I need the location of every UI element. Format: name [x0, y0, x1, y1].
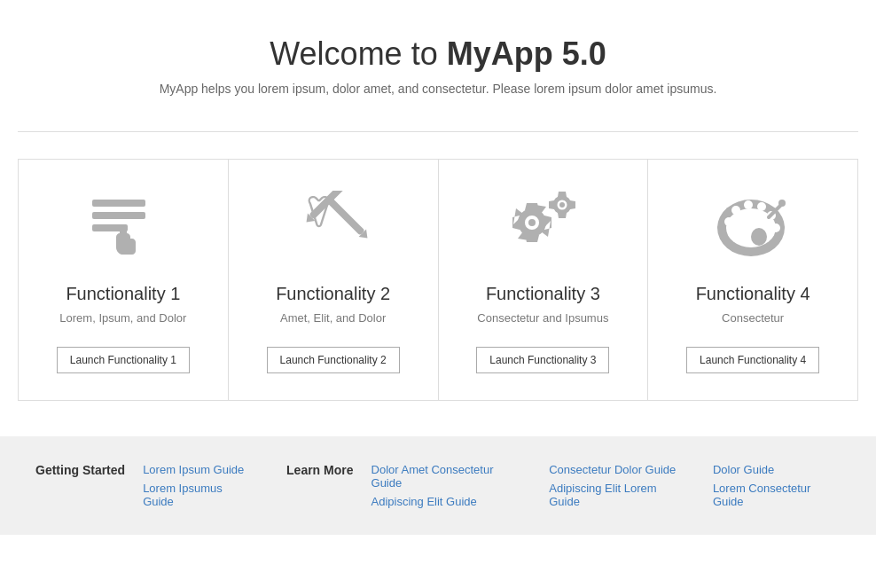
- getting-started-links: Lorem Ipsum Guide Lorem Ipsumus Guide: [143, 463, 251, 508]
- link-lorem-ipsum-guide[interactable]: Lorem Ipsum Guide: [143, 463, 251, 476]
- link-lorem-consectetur-guide[interactable]: Lorem Consectetur Guide: [713, 482, 841, 508]
- gears-icon: [498, 186, 587, 266]
- card-functionality-3: Functionality 3 Consectetur and Ipsumus …: [438, 159, 648, 401]
- svg-point-20: [771, 223, 780, 232]
- link-lorem-ipsumus-guide[interactable]: Lorem Ipsumus Guide: [143, 482, 251, 508]
- card-3-title: Functionality 3: [486, 284, 600, 304]
- link-adipiscing-elit-guide[interactable]: Adipiscing Elit Guide: [372, 495, 523, 508]
- launch-functionality-1-button[interactable]: Launch Functionality 1: [57, 347, 190, 373]
- link-consectetur-dolor-guide[interactable]: Consectetur Dolor Guide: [549, 463, 686, 476]
- card-functionality-1: Functionality 1 Lorem, Ipsum, and Dolor …: [18, 159, 228, 401]
- svg-point-18: [757, 202, 766, 211]
- card-functionality-2: Functionality 2 Amet, Elit, and Dolor La…: [228, 159, 438, 401]
- card-2-title: Functionality 2: [276, 284, 390, 304]
- svg-rect-1: [92, 212, 145, 219]
- svg-point-21: [751, 228, 767, 246]
- learn-more-col-2: Consectetur Dolor Guide Adipiscing Elit …: [549, 463, 686, 508]
- svg-point-12: [559, 202, 565, 208]
- learn-more-col-3: Dolor Guide Lorem Consectetur Guide: [713, 463, 841, 508]
- header: Welcome to MyApp 5.0 MyApp helps you lor…: [0, 0, 876, 114]
- footer: Getting Started Lorem Ipsum Guide Lorem …: [0, 436, 876, 535]
- svg-point-16: [731, 206, 740, 215]
- list-pointer-icon: [79, 186, 168, 266]
- card-1-desc: Lorem, Ipsum, and Dolor: [59, 311, 186, 329]
- learn-more-section: Learn More Dolor Amet Consectetur Guide …: [286, 463, 841, 508]
- card-4-desc: Consectetur: [722, 311, 784, 329]
- learn-more-columns: Dolor Amet Consectetur Guide Adipiscing …: [372, 463, 841, 508]
- launch-functionality-4-button[interactable]: Launch Functionality 4: [686, 347, 819, 373]
- getting-started-section: Getting Started Lorem Ipsum Guide Lorem …: [35, 463, 251, 508]
- svg-point-9: [528, 219, 536, 226]
- palette-icon: [708, 186, 797, 266]
- card-4-title: Functionality 4: [696, 284, 810, 304]
- page-title: Welcome to MyApp 5.0: [18, 35, 858, 73]
- learn-more-col-1: Dolor Amet Consectetur Guide Adipiscing …: [372, 463, 523, 508]
- getting-started-heading: Getting Started: [35, 463, 125, 477]
- link-dolor-guide[interactable]: Dolor Guide: [713, 463, 841, 476]
- launch-functionality-2-button[interactable]: Launch Functionality 2: [267, 347, 400, 373]
- page-subtitle: MyApp helps you lorem ipsum, dolor amet,…: [18, 82, 858, 96]
- learn-more-heading: Learn More: [286, 463, 353, 477]
- svg-point-15: [724, 217, 733, 226]
- launch-functionality-3-button[interactable]: Launch Functionality 3: [476, 347, 609, 373]
- card-2-desc: Amet, Elit, and Dolor: [280, 311, 386, 329]
- svg-rect-0: [92, 200, 145, 207]
- link-adipiscing-elit-lorem-guide[interactable]: Adipiscing Elit Lorem Guide: [549, 482, 686, 508]
- svg-point-23: [778, 200, 786, 207]
- card-1-title: Functionality 1: [66, 284, 180, 304]
- cards-section: Functionality 1 Lorem, Ipsum, and Dolor …: [0, 132, 876, 436]
- link-dolor-amet-consectetur-guide[interactable]: Dolor Amet Consectetur Guide: [372, 463, 523, 490]
- card-3-desc: Consectetur and Ipsumus: [477, 311, 608, 329]
- card-functionality-4: Functionality 4 Consectetur Launch Funct…: [647, 159, 858, 401]
- tools-icon: [289, 186, 378, 266]
- svg-rect-5: [325, 195, 364, 235]
- svg-point-17: [744, 200, 753, 209]
